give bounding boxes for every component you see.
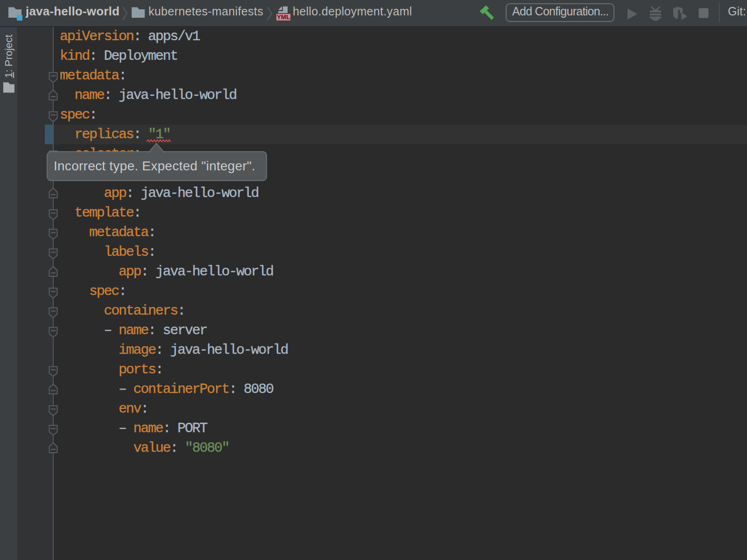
svg-text:YML: YML: [277, 14, 290, 21]
